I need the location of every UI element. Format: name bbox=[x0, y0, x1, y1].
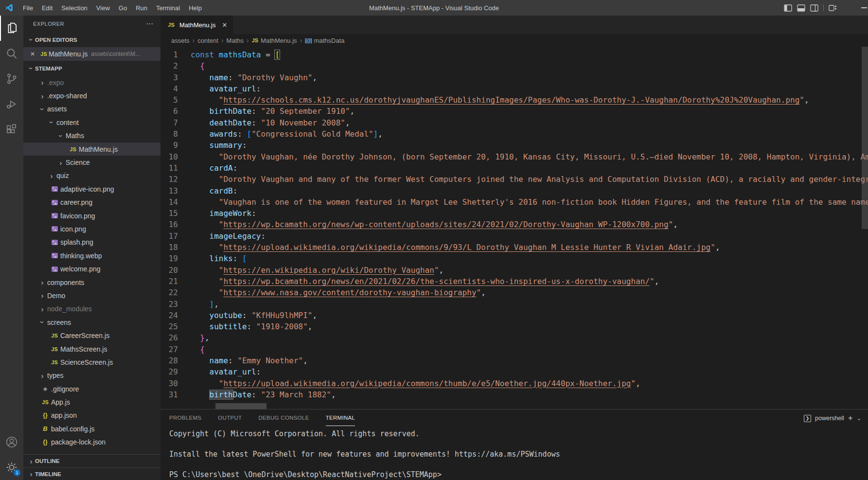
line-number[interactable]: 2 bbox=[160, 60, 191, 71]
menu-go[interactable]: Go bbox=[114, 0, 131, 16]
new-terminal-icon[interactable]: + bbox=[848, 413, 853, 423]
close-icon[interactable]: ✕ bbox=[222, 21, 227, 29]
breadcrumb-assets[interactable]: assets bbox=[171, 37, 190, 44]
minimize-button[interactable] bbox=[861, 7, 867, 8]
activitybar-extensions[interactable] bbox=[0, 117, 23, 142]
line-number[interactable]: 7 bbox=[160, 117, 191, 128]
line-number[interactable]: 16 bbox=[160, 219, 191, 230]
code-editor[interactable]: 1const mathsData = [2 {3 name: "Dorothy … bbox=[160, 47, 868, 409]
line-number[interactable]: 30 bbox=[160, 378, 191, 389]
tree-item-splash-png[interactable]: splash.png bbox=[23, 236, 160, 249]
tree-item-demo[interactable]: ›Demo bbox=[23, 289, 160, 302]
toggle-sidebar-icon[interactable] bbox=[784, 4, 792, 12]
outline-header[interactable]: › OUTLINE bbox=[23, 454, 160, 467]
breadcrumb-mathmenu.js[interactable]: JSMathMenu.js bbox=[252, 37, 297, 44]
activitybar-source-control[interactable] bbox=[0, 66, 23, 91]
line-number[interactable]: 21 bbox=[160, 276, 191, 287]
tree-item-node-modules[interactable]: ›node_modules bbox=[23, 302, 160, 316]
line-number[interactable]: 31 bbox=[160, 389, 191, 400]
tree-item-app-js[interactable]: JSApp.js bbox=[23, 395, 160, 409]
tree-item-package-lock-json[interactable]: {}package-lock.json bbox=[23, 436, 160, 449]
tree-item-assets[interactable]: ›assets bbox=[23, 103, 160, 116]
breadcrumb[interactable]: assets›content›Maths›JSMathMenu.js›[@]ma… bbox=[160, 34, 868, 47]
tree-item-app-json[interactable]: {}app.json bbox=[23, 409, 160, 422]
menu-file[interactable]: File bbox=[18, 0, 37, 16]
vertical-scrollbar[interactable] bbox=[862, 47, 868, 229]
activitybar-run-debug[interactable] bbox=[0, 91, 23, 117]
line-number[interactable]: 28 bbox=[160, 355, 191, 366]
line-number[interactable]: 29 bbox=[160, 366, 191, 377]
tree-item-mathsscreen-js[interactable]: JSMathsScreen.js bbox=[23, 342, 160, 356]
toggle-panel-icon[interactable] bbox=[797, 4, 805, 12]
tree-item--gitignore[interactable]: ◆.gitignore bbox=[23, 382, 160, 395]
line-number[interactable]: 13 bbox=[160, 185, 191, 196]
tree-item-icon-png[interactable]: icon.png bbox=[23, 222, 160, 235]
line-number[interactable]: 4 bbox=[160, 83, 191, 94]
customize-layout-icon[interactable] bbox=[829, 4, 837, 12]
menu-help[interactable]: Help bbox=[184, 0, 206, 16]
line-number[interactable]: 10 bbox=[160, 151, 191, 162]
toggle-secondary-sidebar-icon[interactable] bbox=[810, 4, 818, 12]
line-number[interactable]: 14 bbox=[160, 196, 191, 208]
line-number[interactable]: 25 bbox=[160, 321, 191, 332]
line-number[interactable]: 22 bbox=[160, 287, 191, 298]
line-number[interactable]: 26 bbox=[160, 332, 191, 343]
line-number[interactable]: 1 bbox=[160, 49, 191, 60]
shell-selector[interactable]: powershell bbox=[815, 415, 844, 422]
tree-item-maths[interactable]: ›Maths bbox=[23, 129, 160, 142]
tree-item-quiz[interactable]: ›quiz bbox=[23, 169, 160, 182]
line-number[interactable]: 8 bbox=[160, 128, 191, 140]
line-number[interactable]: 11 bbox=[160, 162, 191, 174]
tree-item-welcome-png[interactable]: welcome.png bbox=[23, 262, 160, 275]
tree-item--expo[interactable]: ›.expo bbox=[23, 76, 160, 89]
tree-item-sciencescreen-js[interactable]: JSScienceScreen.js bbox=[23, 356, 160, 369]
line-number[interactable]: 20 bbox=[160, 265, 191, 276]
activitybar-accounts[interactable] bbox=[0, 429, 23, 455]
line-number[interactable]: 24 bbox=[160, 310, 191, 321]
activitybar-settings[interactable]: 1 bbox=[0, 455, 23, 480]
close-icon[interactable]: ✕ bbox=[30, 51, 35, 57]
tree-item-careerscreen-js[interactable]: JSCareerScreen.js bbox=[23, 329, 160, 342]
panel-tab-terminal[interactable]: TERMINAL bbox=[326, 409, 355, 426]
explorer-actions-icon[interactable]: ⋯ bbox=[146, 19, 154, 28]
tree-item-babel-config-js[interactable]: Bbabel.config.js bbox=[23, 422, 160, 435]
tree-item-adaptive-icon-png[interactable]: adaptive-icon.png bbox=[23, 182, 160, 196]
line-number[interactable]: 27 bbox=[160, 344, 191, 355]
horizontal-scrollbar[interactable] bbox=[215, 403, 266, 409]
activitybar-explorer[interactable] bbox=[0, 16, 23, 41]
tree-item-favicon-png[interactable]: favicon.png bbox=[23, 209, 160, 222]
tree-item-screens[interactable]: ›screens bbox=[23, 316, 160, 329]
terminal-output[interactable]: Copyright (C) Microsoft Corporation. All… bbox=[160, 426, 868, 480]
line-number[interactable]: 23 bbox=[160, 299, 191, 310]
menu-terminal[interactable]: Terminal bbox=[152, 0, 184, 16]
line-number[interactable]: 6 bbox=[160, 106, 191, 117]
chevron-down-icon[interactable]: ⌄ bbox=[857, 415, 861, 422]
activitybar-search[interactable] bbox=[0, 41, 23, 66]
line-number[interactable]: 12 bbox=[160, 174, 191, 185]
tab-mathmenu[interactable]: JS MathMenu.js ✕ bbox=[160, 16, 233, 34]
breadcrumb-mathsdata[interactable]: [@]mathsData bbox=[305, 37, 344, 44]
line-number[interactable]: 9 bbox=[160, 140, 191, 151]
workspace-header[interactable]: › STEMAPP bbox=[23, 61, 160, 76]
line-number[interactable]: 19 bbox=[160, 253, 191, 264]
tree-item-mathmenu-js[interactable]: JSMathMenu.js bbox=[23, 142, 160, 156]
line-number[interactable]: 15 bbox=[160, 208, 191, 219]
tree-item-types[interactable]: ›types bbox=[23, 369, 160, 382]
panel-tab-problems[interactable]: PROBLEMS bbox=[169, 409, 201, 426]
tree-item-components[interactable]: ›components bbox=[23, 276, 160, 289]
tree-item-career-png[interactable]: career.png bbox=[23, 196, 160, 209]
breadcrumb-content[interactable]: content bbox=[197, 37, 218, 44]
menu-view[interactable]: View bbox=[92, 0, 114, 16]
line-number[interactable]: 18 bbox=[160, 242, 191, 253]
line-number[interactable]: 17 bbox=[160, 231, 191, 242]
tree-item--expo-shared[interactable]: ›.expo-shared bbox=[23, 89, 160, 102]
menu-selection[interactable]: Selection bbox=[57, 0, 91, 16]
menu-edit[interactable]: Edit bbox=[37, 0, 57, 16]
open-editors-header[interactable]: › OPEN EDITORS bbox=[23, 32, 160, 47]
panel-tab-debug-console[interactable]: DEBUG CONSOLE bbox=[258, 409, 309, 426]
open-editor-item[interactable]: ✕ JS MathMenu.js assets\content\M... bbox=[23, 47, 160, 61]
panel-tab-output[interactable]: OUTPUT bbox=[218, 409, 242, 426]
timeline-header[interactable]: › TIMELINE bbox=[23, 467, 160, 480]
breadcrumb-maths[interactable]: Maths bbox=[227, 37, 244, 44]
line-number[interactable]: 5 bbox=[160, 94, 191, 106]
